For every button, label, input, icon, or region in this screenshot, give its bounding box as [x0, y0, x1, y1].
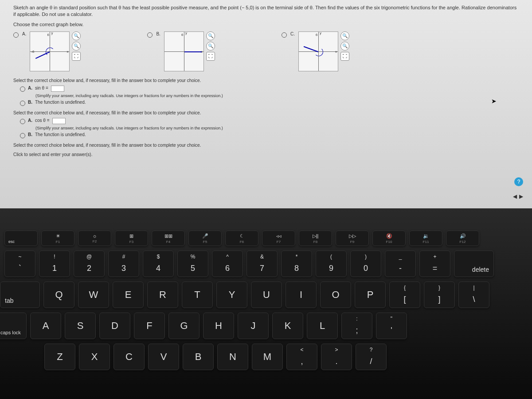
key-8: *8: [281, 250, 312, 277]
key-p: P: [355, 282, 386, 308]
key-delete: delete: [454, 250, 494, 277]
key-=: +=: [419, 250, 450, 277]
key-e: E: [113, 282, 144, 308]
radio-a[interactable]: [13, 32, 19, 38]
key-2: @2: [74, 250, 105, 277]
key-a: A: [30, 313, 61, 339]
zoom-out-icon[interactable]: 🔍: [72, 42, 81, 51]
cos-choice-a[interactable]: A. cos θ =: [20, 118, 519, 124]
cos-section: Select the correct choice below and, if …: [13, 110, 519, 138]
option-a-label: A.: [22, 31, 26, 36]
question-prompt: Sketch an angle θ in standard position s…: [13, 4, 519, 18]
key-t: T: [182, 282, 213, 308]
key-F8: ▷||F8: [299, 231, 332, 246]
graph-option-b[interactable]: B. y x 6 🔍 🔍 ⛶: [147, 31, 215, 71]
key-bracket: {[: [389, 282, 420, 308]
key-esc: esc: [4, 231, 38, 246]
key-F5: 🎤F5: [188, 231, 222, 246]
key-F10: 🔇F10: [372, 231, 406, 246]
sin-section: Select the correct choice below and, if …: [13, 78, 519, 106]
key-9: (9: [316, 250, 347, 277]
key-punct: "': [376, 313, 407, 339]
sin-choice-a[interactable]: A. sin θ =: [20, 86, 519, 92]
key-y: Y: [216, 282, 247, 308]
graph-option-a[interactable]: A. y x 6 -6 🔍 🔍 ⛶: [13, 31, 81, 71]
radio-sin-a[interactable]: [20, 86, 25, 92]
asdf-row: caps lockASDFGHJKL:;"': [0, 313, 528, 339]
sin-input[interactable]: [51, 86, 64, 92]
zoom-in-icon[interactable]: 🔍: [72, 31, 81, 40]
physical-keyboard: esc☀F1☼F2⊞F3⊞⊞F4🎤F5☾F6◃◃F7▷||F8▷▷F9🔇F10🔉…: [0, 208, 532, 399]
key-capslock: caps lock: [0, 313, 27, 339]
graph-b: y x 6: [164, 31, 204, 71]
sin-choice-b[interactable]: B. The function is undefined.: [20, 100, 519, 106]
key-bracket: |\: [458, 282, 489, 308]
key-q: Q: [43, 282, 74, 308]
sin-hint: (Simplify your answer, including any rad…: [35, 94, 519, 98]
key-F2: ☼F2: [78, 231, 111, 246]
key-F6: ☾F6: [225, 231, 258, 246]
function-key-row: esc☀F1☼F2⊞F3⊞⊞F4🎤F5☾F6◃◃F7▷||F8▷▷F9🔇F10🔉…: [0, 231, 528, 246]
key-`: ~`: [4, 250, 35, 277]
zoom-in-icon[interactable]: 🔍: [206, 31, 215, 40]
key-u: U: [251, 282, 282, 308]
qwerty-row: tabQWERTYUIOP{[}]|\: [0, 282, 528, 308]
key-h: H: [203, 313, 234, 339]
key-F4: ⊞⊞F4: [152, 231, 185, 246]
graph-option-c[interactable]: C. y x 6 🔍 🔍 ⛶: [282, 31, 349, 71]
key-g: G: [168, 313, 200, 339]
zxcv-row: ZXCVBNM<,>.?/: [0, 344, 528, 370]
key-k: K: [272, 313, 303, 339]
monitor-screen: Sketch an angle θ in standard position s…: [0, 0, 532, 208]
radio-cos-a[interactable]: [20, 119, 25, 124]
radio-cos-b[interactable]: [20, 133, 25, 138]
zoom-out-icon[interactable]: 🔍: [206, 42, 215, 51]
key-tab: tab: [0, 282, 40, 308]
zoom-out-icon[interactable]: 🔍: [340, 42, 349, 51]
key-F12: 🔊F12: [446, 231, 479, 246]
prev-arrow[interactable]: ◀: [513, 193, 517, 200]
expand-icon[interactable]: ⛶: [340, 52, 349, 61]
expand-icon[interactable]: ⛶: [72, 52, 81, 61]
key-punct: <,: [286, 344, 317, 370]
key-d: D: [99, 313, 130, 339]
key-5: %5: [177, 250, 208, 277]
graph-a: y x 6 -6: [30, 31, 70, 71]
cos-choice-b[interactable]: B. The function is undefined.: [20, 132, 519, 138]
next-arrow[interactable]: ▶: [519, 193, 523, 200]
select-prompt-3: Select the correct choice below and, if …: [13, 143, 519, 148]
key-v: V: [148, 344, 179, 370]
key-o: O: [320, 282, 351, 308]
key-punct: ?/: [356, 344, 387, 370]
key-i: I: [286, 282, 317, 308]
cos-hint: (Simplify your answer, including any rad…: [35, 126, 519, 130]
key-F11: 🔉F11: [409, 231, 442, 246]
radio-sin-b[interactable]: [20, 101, 25, 106]
graph-options: A. y x 6 -6 🔍 🔍 ⛶ B.: [13, 31, 519, 71]
key-7: &7: [246, 250, 278, 277]
key-F3: ⊞F3: [115, 231, 148, 246]
key-F7: ◃◃F7: [262, 231, 295, 246]
key-punct: >.: [321, 344, 352, 370]
select-prompt-2: Select the correct choice below and, if …: [13, 110, 519, 115]
radio-b[interactable]: [147, 32, 153, 38]
key-c: C: [113, 344, 145, 370]
key-punct: :;: [341, 313, 372, 339]
nav-arrows: ◀ ▶: [513, 193, 523, 200]
help-button[interactable]: ?: [514, 177, 523, 186]
key-F1: ☀F1: [41, 231, 74, 246]
radio-c[interactable]: [282, 32, 287, 38]
key-6: ^6: [212, 250, 243, 277]
expand-icon[interactable]: ⛶: [206, 52, 215, 61]
key-1: !1: [39, 250, 70, 277]
key-f: F: [134, 313, 165, 339]
key-s: S: [65, 313, 96, 339]
key-x: X: [79, 344, 110, 370]
zoom-in-icon[interactable]: 🔍: [340, 31, 349, 40]
key-l: L: [307, 313, 338, 339]
cos-input[interactable]: [52, 118, 66, 124]
graph-c: y x 6: [298, 31, 338, 71]
cursor-icon: ➤: [491, 98, 497, 105]
key--: _-: [385, 250, 416, 277]
option-c-label: C.: [290, 31, 295, 36]
